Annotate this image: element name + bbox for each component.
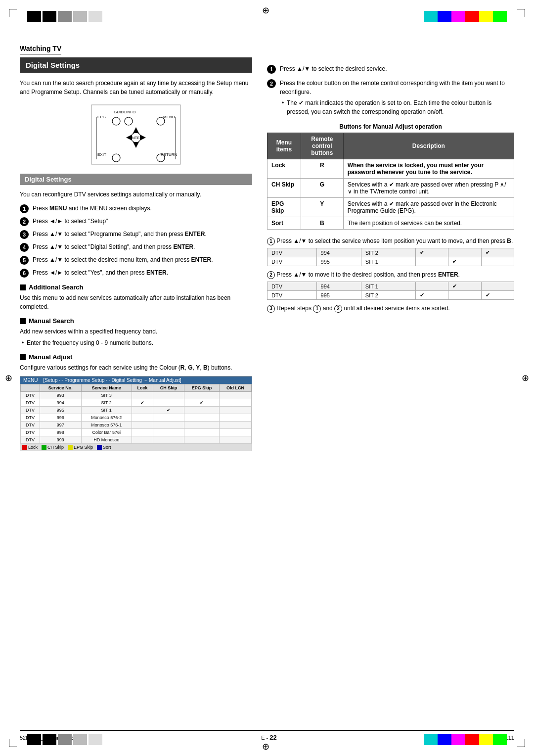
cell: 994: [316, 248, 361, 257]
svg-text:EXIT: EXIT: [97, 152, 106, 157]
menu-epgskip: EPG Skip: [267, 198, 301, 217]
col-menu-items: Menu items: [267, 133, 301, 159]
right-step-2-num: 2: [267, 79, 276, 88]
cell: [481, 257, 514, 266]
cyan-bar: [424, 11, 438, 22]
main-content: Watching TV Digital Settings You can run…: [20, 45, 514, 451]
col-service-name: Service Name: [81, 384, 132, 392]
green-bar-b: [493, 734, 507, 745]
step-5: 5 Press ▲/▼ to select the desired menu i…: [20, 255, 252, 265]
cell: [132, 414, 153, 422]
step-2: 2 Press ◄/► to select "Setup": [20, 217, 252, 226]
manual-search-header: Manual Search: [20, 317, 252, 325]
buttons-table: Menu items Remote controlbuttons Descrip…: [267, 133, 514, 230]
cell: [220, 414, 252, 422]
sort-procedure: 1 Press ▲/▼ to select the service whose …: [267, 236, 514, 313]
cell: [220, 436, 252, 444]
cell: 995: [316, 291, 361, 300]
cell: 995: [316, 257, 361, 266]
step-5-num: 5: [20, 256, 29, 265]
page-num: 22: [269, 734, 276, 741]
footer-lock: Lock: [22, 445, 38, 450]
cell: DTV: [267, 257, 317, 266]
cyan-bar-b: [424, 734, 438, 745]
cell: [415, 257, 448, 266]
black-bars-bottom: [27, 734, 102, 745]
desc-sort: The item position of services can be sor…: [343, 217, 514, 230]
cell: ✔: [132, 399, 153, 407]
cell: 996: [40, 414, 81, 422]
buttons-table-title: Buttons for Manual Adjust operation: [267, 123, 514, 130]
cell: [184, 436, 219, 444]
cell: [184, 414, 219, 422]
cell: [132, 429, 153, 436]
corner-mark-tr: [517, 9, 525, 17]
cell: SIT 1: [361, 282, 415, 291]
page-wrapper: Watching TV Digital Settings You can run…: [0, 0, 534, 756]
right-column: 1 Press ▲/▼ to select the desired servic…: [267, 45, 514, 451]
btn-B: B: [301, 217, 343, 230]
green-btn: [42, 445, 46, 450]
step-1-text: Press MENU and the MENU screen displays.: [33, 204, 252, 213]
buttons-row-sort: Sort B The item position of services can…: [267, 217, 514, 230]
cell: [153, 392, 184, 399]
cell: 997: [40, 422, 81, 429]
settings-intro: You can reconfigure DTV services setting…: [20, 190, 252, 199]
footer-sort: Sort: [97, 445, 111, 450]
cell: ✔: [184, 399, 219, 407]
btn-G: G: [301, 179, 343, 198]
buttons-row-epgskip: EPG Skip Y Services with a ✔ mark are pa…: [267, 198, 514, 217]
cell: 999: [40, 436, 81, 444]
crosshair-right: [522, 373, 529, 383]
cell: [153, 414, 184, 422]
svg-marker-8: [133, 127, 139, 133]
cell: ✔: [481, 248, 514, 257]
intro-text: You can run the auto search procedure ag…: [20, 79, 252, 96]
svg-marker-9: [133, 142, 139, 148]
cell: [448, 248, 481, 257]
sort-row: DTV 994 SIT 1 ✔: [267, 282, 514, 291]
additional-search-title: Additional Search: [29, 284, 84, 291]
bar-4: [73, 11, 87, 22]
magenta-bar: [451, 11, 465, 22]
step-3-text: Press ▲/▼ to select "Programme Setup", a…: [33, 230, 252, 238]
svg-point-5: [112, 117, 120, 125]
manual-search-body: Add new services within a specified freq…: [20, 327, 252, 336]
desc-chskip: Services with a ✔ mark are passed over w…: [343, 179, 514, 198]
manual-adjust-body: Configure various settings for each serv…: [20, 363, 252, 372]
bar-b4: [73, 734, 87, 745]
bar-b1: [27, 734, 41, 745]
cell: [220, 392, 252, 399]
step-4: 4 Press ▲/▼ to select "Digital Setting",…: [20, 242, 252, 252]
repeat-ref-1: 1: [313, 305, 321, 313]
cell: SIT 1: [81, 407, 132, 414]
additional-search-header: Additional Search: [20, 284, 252, 291]
cell: [415, 282, 448, 291]
col-lock: Lock: [132, 384, 153, 392]
step-6-text: Press ◄/► to select "Yes", and then pres…: [33, 268, 252, 277]
manual-search-bullet: Enter the frequency using 0 - 9 numeric …: [20, 338, 252, 347]
bar-2: [43, 11, 56, 22]
cell: DTV: [267, 248, 317, 257]
cell: HD Monosco: [81, 436, 132, 444]
svg-text:GUIDE: GUIDE: [114, 110, 126, 114]
cell: SIT 1: [361, 257, 415, 266]
sort-row: DTV 995 SIT 1 ✔: [267, 257, 514, 266]
table-row: DTV 995 SIT 1 ✔: [21, 407, 252, 414]
step-3: 3 Press ▲/▼ to select "Programme Setup",…: [20, 230, 252, 239]
cell: 998: [40, 429, 81, 436]
col-description: Description: [343, 133, 514, 159]
left-column: Watching TV Digital Settings You can run…: [20, 45, 252, 451]
sort-row: DTV 994 SIT 2 ✔ ✔: [267, 248, 514, 257]
cell: [184, 392, 219, 399]
cell: [132, 407, 153, 414]
cell: ✔: [481, 291, 514, 300]
step-4-num: 4: [20, 243, 29, 252]
cell: [153, 436, 184, 444]
sort-step-3-text: 3 Repeat steps 1 and 2 until all desired…: [267, 304, 514, 313]
crosshair-bottom: [262, 741, 272, 751]
menu-sort: Sort: [267, 217, 301, 230]
cell: DTV: [21, 407, 40, 414]
cell: [132, 436, 153, 444]
corner-mark-tl: [9, 9, 17, 17]
